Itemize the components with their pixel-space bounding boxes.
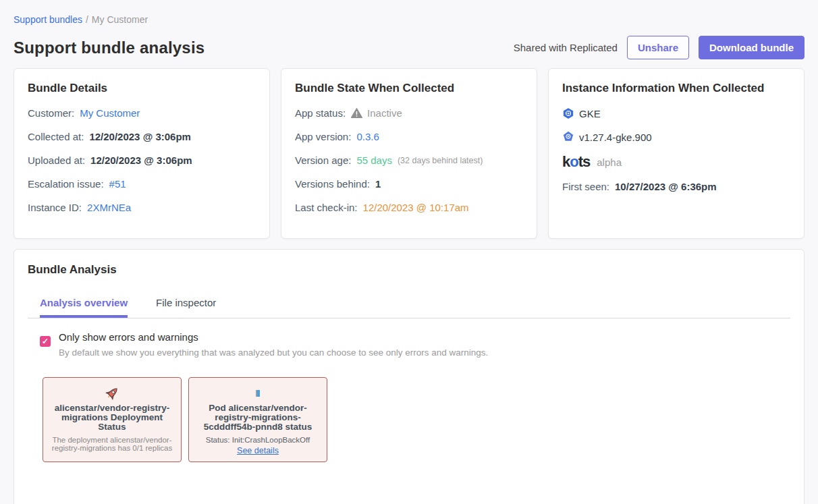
page-title: Support bundle analysis [13, 38, 204, 57]
filter-description: By default we show you everything that w… [59, 347, 488, 358]
kubernetes-icon [562, 131, 574, 143]
versions-behind-row: Versions behind: 1 [295, 178, 523, 190]
first-seen-value: 10/27/2023 @ 6:36pm [615, 181, 717, 192]
breadcrumb: Support bundles/My Customer [13, 0, 805, 25]
unshare-button[interactable]: Unshare [627, 36, 689, 59]
version-age-value: 55 days [356, 155, 392, 166]
shared-status-text: Shared with Replicated [514, 42, 618, 53]
bundle-analysis-panel: Bundle Analysis Analysis overview File i… [13, 249, 805, 504]
instance-info-card: Instance Information When Collected GKE [548, 68, 805, 239]
result-card-pod-status[interactable]: Pod alicenstar/vendor-registry-migration… [188, 377, 327, 462]
escalation-issue-row: Escalation issue: #51 [28, 178, 256, 190]
filter-label: Only show errors and warnings [59, 331, 488, 343]
checkmark-icon: ✓ [42, 337, 49, 345]
customer-row: Customer: My Customer [28, 107, 256, 119]
kots-version-tag: alpha [597, 157, 622, 168]
versions-behind-value: 1 [375, 178, 381, 190]
k8s-version-value: v1.27.4-gke.900 [579, 132, 652, 143]
result-status: Status: Init:CrashLoopBackOff [194, 436, 321, 444]
instance-id-row: Instance ID: 2XMrNEa [28, 202, 256, 213]
header-actions: Shared with Replicated Unshare Download … [514, 36, 805, 59]
tab-file-inspector[interactable]: File inspector [156, 297, 216, 318]
instance-id-link[interactable]: 2XMrNEa [87, 202, 131, 213]
row-label: Uploaded at: [28, 155, 85, 166]
result-title: Pod alicenstar/vendor-registry-migration… [194, 403, 321, 432]
filter-text: Only show errors and warnings By default… [59, 331, 488, 358]
last-checkin-row: Last check-in: 12/20/2023 @ 10:17am [295, 202, 523, 213]
page-header: Support bundle analysis Shared with Repl… [13, 36, 805, 59]
row-label: App version: [295, 131, 351, 142]
app-version-link[interactable]: 0.3.6 [356, 131, 379, 142]
k8s-version-row: v1.27.4-gke.900 [562, 131, 790, 143]
result-card-deployment-status[interactable]: alicenstar/vendor-registry-migrations De… [43, 377, 182, 462]
uploaded-at-row: Uploaded at: 12/20/2023 @ 3:06pm [28, 155, 256, 166]
escalation-issue-link[interactable]: #51 [109, 178, 126, 190]
collected-at-row: Collected at: 12/20/2023 @ 3:06pm [28, 131, 256, 142]
row-label: First seen: [562, 181, 609, 192]
result-title: alicenstar/vendor-registry-migrations De… [49, 403, 175, 432]
app-version-row: App version: 0.3.6 [295, 131, 523, 142]
row-label: Customer: [28, 107, 74, 119]
last-checkin-value: 12/20/2023 @ 10:17am [363, 202, 469, 213]
row-label: App status: [295, 107, 346, 119]
kots-row: kots alpha [562, 155, 790, 169]
row-label: Last check-in: [295, 202, 358, 213]
card-title: Bundle State When Collected [295, 82, 523, 95]
distribution-value: GKE [579, 108, 601, 119]
uploaded-at-value: 12/20/2023 @ 3:06pm [90, 155, 192, 166]
breadcrumb-link-support-bundles[interactable]: Support bundles [13, 14, 82, 25]
download-bundle-button[interactable]: Download bundle [699, 36, 805, 59]
tab-analysis-overview[interactable]: Analysis overview [40, 297, 128, 318]
card-title: Instance Information When Collected [562, 82, 790, 95]
broken-image-icon [194, 385, 321, 402]
only-errors-checkbox[interactable]: ✓ [40, 336, 51, 347]
app-status-row: App status: Inactive [295, 107, 523, 119]
row-label: Version age: [295, 155, 351, 166]
card-title: Bundle Details [28, 82, 256, 95]
customer-link[interactable]: My Customer [80, 107, 140, 119]
version-age-note: (32 days behind latest) [398, 156, 483, 165]
bundle-analysis-title: Bundle Analysis [28, 263, 790, 277]
app-status-value: Inactive [367, 107, 402, 119]
analysis-results-row: alicenstar/vendor-registry-migrations De… [30, 377, 790, 462]
summary-cards-row: Bundle Details Customer: My Customer Col… [13, 68, 805, 239]
collected-at-value: 12/20/2023 @ 3:06pm [89, 131, 191, 142]
version-age-row: Version age: 55 days (32 days behind lat… [295, 155, 523, 166]
kots-logo-o: o [570, 153, 578, 170]
result-message: The deployment alicenstar/vendor-registr… [49, 436, 175, 453]
gke-icon [562, 107, 574, 119]
warning-icon [351, 108, 362, 118]
row-label: Collected at: [28, 131, 84, 142]
row-label: Versions behind: [295, 178, 370, 190]
rocket-icon [49, 385, 175, 402]
kots-logo: kots [562, 155, 590, 169]
see-details-link[interactable]: See details [237, 446, 279, 455]
first-seen-row: First seen: 10/27/2023 @ 6:36pm [562, 181, 790, 192]
breadcrumb-current: My Customer [92, 14, 148, 25]
distribution-row: GKE [562, 107, 790, 119]
row-label: Escalation issue: [28, 178, 104, 190]
bundle-state-card: Bundle State When Collected App status: … [281, 68, 537, 239]
row-label: Instance ID: [28, 202, 82, 213]
page: Support bundles/My Customer Support bund… [0, 0, 818, 504]
filter-row: ✓ Only show errors and warnings By defau… [28, 331, 790, 358]
analysis-tabs: Analysis overview File inspector [28, 297, 790, 318]
bundle-details-card: Bundle Details Customer: My Customer Col… [13, 68, 270, 239]
breadcrumb-separator: / [86, 14, 88, 25]
